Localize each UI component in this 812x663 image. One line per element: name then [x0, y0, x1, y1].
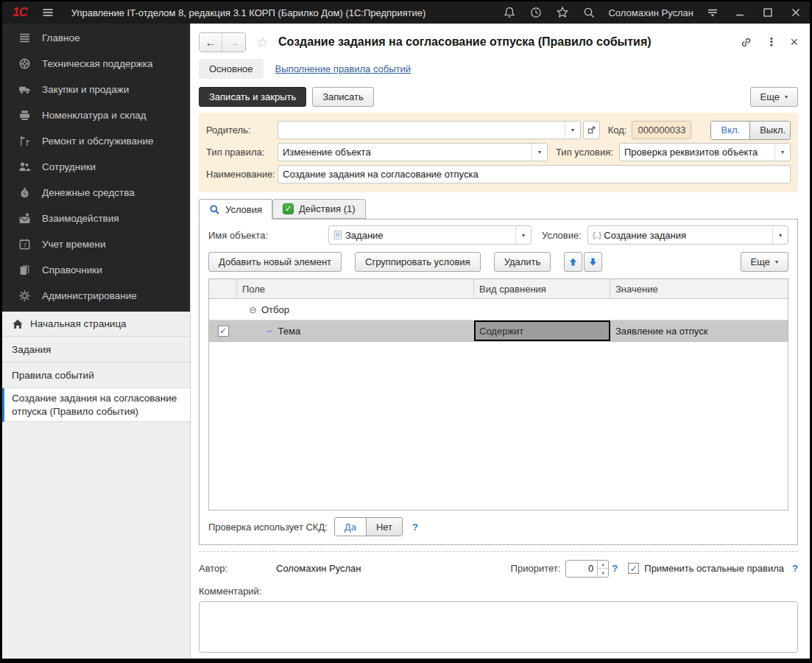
back-button[interactable]: ←: [200, 33, 222, 52]
minimize-button[interactable]: [733, 6, 746, 19]
collapse-icon[interactable]: ⊖: [249, 304, 257, 315]
parent-input[interactable]: ▾: [278, 121, 581, 139]
skd-row: Проверка использует СКД: Да Нет ?: [200, 511, 797, 544]
tab-main[interactable]: Основное: [199, 59, 264, 79]
tab-conditions-label: Условия: [225, 204, 262, 215]
separator: [199, 551, 798, 552]
move-down-button[interactable]: [584, 252, 602, 272]
chevron-down-icon[interactable]: ▾: [772, 226, 788, 244]
nav-item-event-rules[interactable]: Правила событий: [2, 362, 190, 388]
row-value-cell[interactable]: Заявление на отпуск: [610, 320, 788, 341]
sidebar-item-label: Техническая поддержка: [42, 58, 153, 69]
spin-down-icon[interactable]: ▾: [598, 569, 608, 577]
notifications-bell-icon[interactable]: [503, 6, 516, 19]
row-checkbox[interactable]: ✓: [218, 326, 229, 337]
forward-button[interactable]: →: [222, 33, 245, 52]
tab-actions[interactable]: ✓ Действия (1): [272, 199, 365, 219]
save-close-button[interactable]: Записать и закрыть: [199, 87, 306, 107]
maximize-button[interactable]: [761, 6, 774, 19]
sidebar-item-tech-support[interactable]: Техническая поддержка: [2, 51, 190, 77]
sidebar-item-interactions[interactable]: Взаимодействия: [2, 206, 190, 231]
svg-text:7: 7: [23, 242, 27, 249]
current-user[interactable]: Соломахин Руслан: [608, 7, 693, 18]
condition-select[interactable]: {..} Создание задания ▾: [587, 225, 788, 245]
rule-type-row: Тип правила: Изменение объекта ▾ Тип усл…: [206, 142, 791, 162]
parent-row: Родитель: ▾ Код: 000000033 Вкл. Выкл.: [206, 120, 791, 140]
apply-rules-help-link[interactable]: ?: [792, 563, 798, 574]
chevron-down-icon[interactable]: ▾: [532, 144, 547, 161]
nav-item-label: Задания: [12, 344, 51, 355]
table-row[interactable]: ✓ − Тема Содержит Заявление на отпуск: [209, 320, 788, 342]
get-link-icon[interactable]: [740, 36, 752, 49]
save-button[interactable]: Записать: [312, 87, 374, 107]
chevron-down-icon[interactable]: ▾: [774, 144, 790, 161]
sidebar-item-employees[interactable]: Сотрудники: [2, 154, 190, 180]
priority-stepper[interactable]: 0 ▴ ▾: [565, 560, 609, 578]
move-up-button[interactable]: [564, 252, 582, 272]
favorite-star-icon[interactable]: ☆: [256, 34, 269, 51]
nav-item-home[interactable]: Начальная страница: [2, 312, 190, 337]
object-name-select[interactable]: Задание ▾: [328, 225, 532, 245]
toggle-on-button[interactable]: Вкл.: [711, 122, 749, 139]
tab-execution-link[interactable]: Выполнение правила событий: [275, 63, 412, 74]
code-value: 000000033: [638, 124, 685, 136]
sidebar-item-catalogs[interactable]: Справочники: [2, 257, 190, 283]
rule-type-select[interactable]: Изменение объекта ▾: [278, 143, 548, 161]
sidebar-item-administration[interactable]: Администрирование: [2, 283, 190, 309]
chevron-down-icon: ▾: [785, 94, 788, 100]
tab-conditions[interactable]: Условия: [199, 199, 272, 220]
group-conditions-button[interactable]: Сгруппировать условия: [355, 252, 481, 272]
comment-input[interactable]: [199, 601, 798, 653]
name-input[interactable]: Создание задания на согласование отпуска: [278, 165, 791, 183]
apply-rules-checkbox[interactable]: ✓: [628, 563, 639, 574]
skd-help-link[interactable]: ?: [412, 522, 418, 533]
header-comparison[interactable]: Вид сравнения: [474, 279, 610, 298]
nav-item-current[interactable]: Создание задания на согласование отпуска…: [2, 388, 190, 422]
rule-type-label: Тип правила:: [206, 147, 278, 158]
chevron-down-icon[interactable]: ▾: [565, 122, 580, 138]
history-icon[interactable]: [529, 6, 543, 19]
condition-type-select[interactable]: Проверка реквизитов объекта ▾: [619, 143, 791, 161]
sidebar-item-label: Учет времени: [42, 239, 106, 250]
chevron-down-icon[interactable]: ▾: [515, 226, 531, 244]
open-parent-button[interactable]: [583, 121, 600, 139]
footer-row: Автор: Соломахин Руслан Приоритет: 0 ▴ ▾…: [199, 558, 798, 578]
check-icon: ✓: [630, 564, 638, 573]
conditions-more-button[interactable]: Еще ▾: [741, 252, 788, 272]
service-menu-icon[interactable]: [706, 6, 719, 19]
nav-item-tasks[interactable]: Задания: [2, 337, 190, 362]
priority-help-link[interactable]: ?: [612, 563, 618, 574]
object-row: Имя объекта: Задание ▾ Условие: {..} Соз…: [200, 220, 797, 249]
gear-icon: [17, 289, 32, 304]
sidebar-item-purchases-sales[interactable]: Закупки и продажи: [2, 77, 190, 102]
toggle-off-button[interactable]: Выкл.: [749, 122, 791, 139]
table-group-row[interactable]: ⊖ Отбор: [209, 299, 788, 320]
header-value[interactable]: Значение: [610, 279, 788, 298]
search-icon[interactable]: [582, 6, 596, 19]
spin-up-icon[interactable]: ▴: [598, 561, 608, 569]
money-bag-icon: S: [17, 186, 32, 200]
table-empty-area: [209, 342, 788, 510]
more-button[interactable]: Еще ▾: [750, 87, 798, 107]
sidebar-item-money[interactable]: S Денежные средства: [2, 180, 190, 206]
row-comparison-cell[interactable]: Содержит: [474, 320, 610, 341]
close-window-button[interactable]: [789, 6, 802, 19]
app-window: 1С Управление IT-отделом 8, редакция 3.1…: [0, 0, 812, 663]
favorites-star-icon[interactable]: [556, 6, 569, 19]
more-menu-icon[interactable]: ⋮: [766, 35, 777, 49]
sidebar-item-repair-service[interactable]: Ремонт и обслуживание: [2, 128, 190, 154]
sidebar-item-main[interactable]: Главное: [2, 25, 190, 51]
skd-no-button[interactable]: Нет: [366, 518, 402, 536]
add-element-button[interactable]: Добавить новый элемент: [208, 252, 342, 272]
hamburger-menu-icon[interactable]: [41, 6, 54, 19]
author-label: Автор:: [199, 563, 276, 574]
sidebar-item-label: Справочники: [42, 264, 102, 276]
sidebar-item-time-tracking[interactable]: 7 Учет времени: [2, 231, 190, 257]
delete-button[interactable]: Удалить: [494, 252, 551, 272]
sidebar-item-nomenclature-warehouse[interactable]: Номенклатура и склад: [2, 102, 190, 128]
skd-yes-button[interactable]: Да: [335, 518, 366, 536]
sidebar-item-label: Денежные средства: [42, 187, 135, 198]
priority-spin-buttons: ▴ ▾: [597, 561, 608, 577]
close-form-button[interactable]: ×: [790, 35, 798, 50]
header-field[interactable]: Поле: [237, 279, 474, 298]
